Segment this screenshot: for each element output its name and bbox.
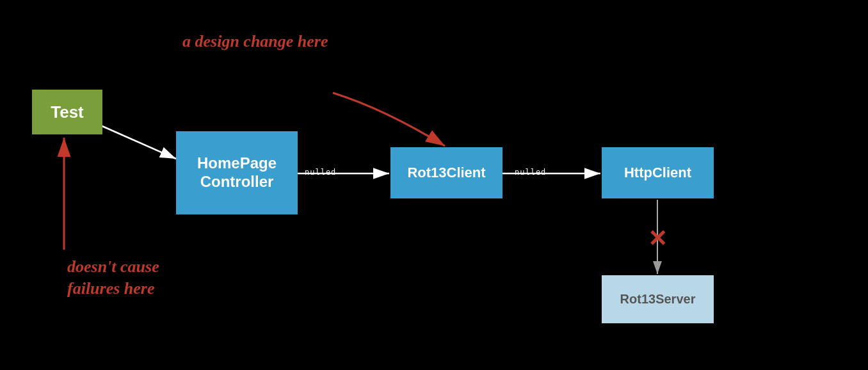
httpclient-label: HttpClient (624, 165, 691, 181)
test-box: Test (32, 90, 102, 134)
rot13client-box: Rot13Client (390, 147, 502, 198)
homepage-label: HomePage Controller (197, 154, 277, 191)
test-label: Test (51, 102, 84, 122)
rot13client-label: Rot13Client (407, 165, 485, 181)
annotation-design-change: a design change here (182, 31, 328, 52)
homepage-box: HomePage Controller (176, 131, 298, 214)
nulled-label-1: nulled (305, 168, 336, 177)
httpclient-box: HttpClient (602, 147, 714, 198)
rot13server-box: Rot13Server (602, 275, 714, 323)
annotation-doesnt-cause: doesn't cause failures here (67, 256, 159, 300)
svg-line-4 (99, 125, 176, 159)
diagram-container: ✕ Test HomePage Controller Rot13Client H… (0, 0, 868, 370)
rot13server-label: Rot13Server (620, 292, 696, 307)
svg-text:✕: ✕ (648, 225, 667, 252)
nulled-label-2: nulled (515, 168, 546, 177)
